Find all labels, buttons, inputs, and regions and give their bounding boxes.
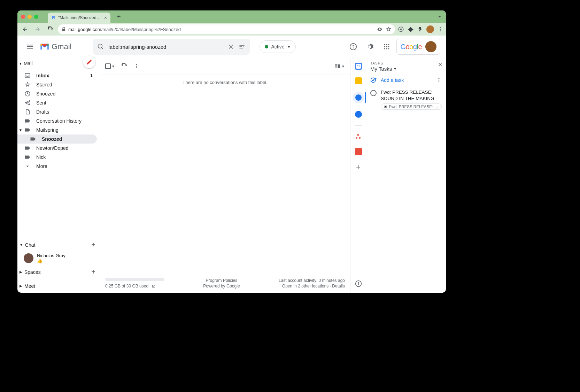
svg-point-13 [384, 48, 385, 49]
tasks-more-button[interactable] [436, 77, 442, 83]
inbox-icon [24, 72, 31, 79]
sidebar-item-more[interactable]: More [17, 162, 97, 171]
address-bar[interactable]: mail.google.com/mail/u/0/#label/Mailspri… [58, 24, 395, 34]
pencil-icon [86, 59, 92, 65]
contacts-app-icon[interactable] [355, 111, 362, 118]
sidebar-item-sent[interactable]: Sent [17, 98, 97, 107]
side-panel-info-icon[interactable] [355, 280, 362, 287]
forward-button[interactable] [33, 24, 42, 34]
extension-icon-2[interactable] [417, 26, 423, 32]
svg-point-3 [440, 29, 441, 30]
reload-button[interactable] [45, 24, 55, 34]
tab-close-icon[interactable]: × [104, 15, 107, 21]
calendar-app-icon[interactable]: 31 [355, 63, 362, 70]
details-link[interactable]: Details [332, 284, 345, 289]
extensions-puzzle-icon[interactable] [408, 26, 414, 32]
compose-button[interactable] [83, 56, 95, 68]
window-maximize-icon[interactable] [34, 15, 38, 19]
activity-text: Last account activity: 0 minutes ago [279, 278, 345, 283]
new-space-button[interactable]: + [91, 268, 95, 276]
status-label: Active [271, 44, 284, 49]
chevron-down-icon [24, 163, 31, 169]
mail-content: ▼ ▼ There are no conversations with this… [100, 58, 350, 293]
chevron-down-icon: ▼ [19, 62, 22, 66]
status-chip[interactable]: Active ▼ [260, 40, 296, 53]
tasks-panel-label: TASKS [370, 61, 442, 65]
select-all-checkbox[interactable]: ▼ [105, 63, 115, 69]
browser-tab[interactable]: "Mailspring/Snoozed" - andrew × [48, 13, 110, 23]
scrollbar[interactable] [105, 278, 164, 281]
addon-icon-1[interactable] [355, 133, 362, 140]
new-tab-button[interactable]: + [117, 13, 121, 21]
sidebar-item-mailspring-snoozed[interactable]: Snoozed [17, 134, 97, 144]
sidebar-section-chat[interactable]: ▼ Chat + [17, 238, 100, 252]
tasks-app-icon[interactable] [353, 92, 364, 103]
chevron-down-icon[interactable]: ▼ [19, 128, 22, 132]
back-button[interactable] [20, 24, 30, 34]
addon-icon-2[interactable] [355, 148, 362, 155]
sidebar-item-starred[interactable]: Starred [17, 80, 97, 89]
svg-point-29 [439, 81, 440, 82]
svg-point-28 [439, 80, 440, 81]
window-close-icon[interactable] [21, 15, 25, 19]
empty-state-message: There are no conversations with this lab… [100, 75, 350, 90]
get-addons-button[interactable]: + [356, 163, 361, 172]
task-source-chip[interactable]: Fwd: PRESS RELEASE: SOUND IN … [381, 103, 442, 110]
chat-avatar-icon [24, 253, 33, 263]
sidebar-item-snoozed[interactable]: Snoozed [17, 89, 97, 98]
sidebar-item-conversation-history[interactable]: Conversation History [17, 116, 97, 125]
label-icon [24, 146, 31, 151]
main-menu-button[interactable] [23, 40, 37, 54]
more-actions-button[interactable] [134, 63, 139, 69]
svg-point-20 [357, 134, 359, 136]
gmail-logo[interactable]: Gmail [40, 42, 71, 51]
tasks-close-button[interactable]: ✕ [438, 61, 442, 68]
refresh-button[interactable] [121, 63, 127, 69]
svg-point-1 [400, 29, 402, 30]
gmail-logo-text: Gmail [52, 42, 71, 51]
account-switcher[interactable]: Google [396, 39, 440, 55]
sidebar-item-inbox[interactable]: Inbox 1 [17, 71, 97, 80]
add-task-button[interactable]: Add a task [370, 77, 433, 84]
profile-avatar-icon[interactable] [426, 25, 434, 33]
search-input[interactable] [108, 44, 223, 50]
sidebar-item-mailspring[interactable]: ▼ Mailspring [17, 125, 97, 134]
svg-point-17 [136, 64, 137, 65]
user-avatar-icon[interactable] [425, 41, 436, 52]
svg-rect-25 [358, 283, 359, 285]
task-complete-checkbox[interactable] [370, 90, 377, 96]
new-chat-button[interactable]: + [91, 241, 95, 249]
sidebar-item-nick[interactable]: Nick [17, 153, 97, 162]
sidebar-item-newton-doped[interactable]: Newton/Doped [17, 144, 97, 153]
gmail-logo-icon [40, 43, 49, 51]
apps-button[interactable] [380, 40, 394, 54]
tasks-list-selector[interactable]: My Tasks ▼ [370, 66, 442, 72]
svg-point-11 [386, 46, 387, 47]
tabs-dropdown-icon[interactable] [437, 14, 442, 20]
task-item[interactable]: Fwd: PRESS RELEASE: SOUND IN THE MAKING … [366, 87, 446, 112]
eye-icon[interactable] [377, 26, 382, 32]
star-icon[interactable] [386, 26, 392, 32]
sidebar-section-meet[interactable]: ▶ Meet [17, 279, 100, 293]
support-button[interactable]: ? [346, 40, 360, 54]
window-minimize-icon[interactable] [28, 15, 32, 19]
extension-icon-1[interactable] [398, 26, 404, 32]
open-link-icon[interactable] [151, 284, 156, 289]
sidebar-item-drafts[interactable]: Drafts [17, 107, 97, 116]
task-title: Fwd: PRESS RELEASE: SOUND IN THE MAKING [381, 89, 442, 101]
settings-button[interactable] [363, 40, 377, 54]
search-box[interactable] [93, 39, 250, 55]
sidebar-section-spaces[interactable]: ▶ Spaces + [17, 265, 100, 279]
program-policies-link[interactable]: Program Policies [203, 278, 240, 283]
keep-app-icon[interactable] [355, 77, 362, 84]
search-options-icon[interactable] [239, 43, 246, 50]
side-panel-rail: 31 + [350, 58, 366, 293]
clear-search-icon[interactable] [227, 43, 234, 50]
chat-contact[interactable]: Nicholas Gray 👍 [17, 252, 100, 265]
browser-menu-icon[interactable] [438, 26, 443, 32]
split-pane-button[interactable]: ▼ [334, 63, 345, 69]
chevron-down-icon: ▼ [20, 243, 23, 247]
svg-point-2 [440, 27, 441, 28]
chevron-down-icon[interactable]: ▼ [111, 64, 115, 68]
chevron-down-icon: ▼ [341, 64, 345, 68]
